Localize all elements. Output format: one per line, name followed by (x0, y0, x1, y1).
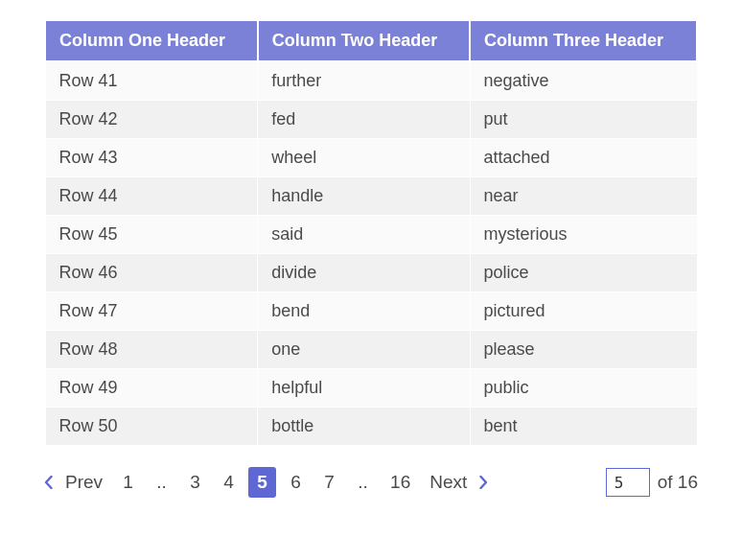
page-jump-total-label: of 16 (658, 472, 698, 493)
table-cell: bent (470, 408, 697, 446)
table-cell: wheel (258, 139, 470, 177)
table-row: Row 50bottlebent (45, 408, 697, 446)
table-cell: put (470, 101, 697, 139)
table-cell: Row 45 (45, 216, 258, 254)
table-cell: please (470, 331, 697, 369)
page-button-5[interactable]: 5 (248, 467, 276, 498)
table-row: Row 47bendpictured (45, 292, 697, 331)
table-row: Row 49helpfulpublic (45, 369, 697, 408)
table-row: Row 46dividepolice (45, 254, 697, 292)
chevron-left-icon[interactable] (44, 476, 54, 489)
table-cell: Row 44 (45, 177, 258, 216)
table-cell: divide (258, 254, 470, 292)
table-cell: Row 46 (45, 254, 258, 292)
page-button-6[interactable]: 6 (282, 467, 310, 498)
column-header-3[interactable]: Column Three Header (470, 20, 697, 61)
page-button-7[interactable]: 7 (315, 467, 343, 498)
table-row: Row 48oneplease (45, 331, 697, 369)
table-cell: Row 49 (45, 369, 258, 408)
table-cell: Row 41 (45, 61, 258, 101)
page-button-16[interactable]: 16 (383, 467, 418, 498)
table-cell: bottle (258, 408, 470, 446)
table-cell: Row 48 (45, 331, 258, 369)
table-row: Row 41furthernegative (45, 61, 697, 101)
table-head: Column One Header Column Two Header Colu… (45, 20, 697, 61)
column-header-1[interactable]: Column One Header (45, 20, 258, 61)
table-cell: further (258, 61, 470, 101)
table-cell: near (470, 177, 697, 216)
table-row: Row 44handlenear (45, 177, 697, 216)
page-button-1[interactable]: 1 (114, 467, 142, 498)
table-cell: police (470, 254, 697, 292)
table-cell: Row 42 (45, 101, 258, 139)
table-cell: mysterious (470, 216, 697, 254)
pagination-ellipsis: .. (148, 467, 175, 498)
table-cell: fed (258, 101, 470, 139)
table-cell: handle (258, 177, 470, 216)
page-jump: of 16 (606, 468, 698, 497)
table-cell: one (258, 331, 470, 369)
data-table: Column One Header Column Two Header Colu… (44, 19, 698, 446)
chevron-right-icon[interactable] (478, 476, 488, 489)
table-cell: attached (470, 139, 697, 177)
pagination-bar: Prev 1..34567..16 Next of 16 (44, 467, 698, 498)
table-cell: Row 47 (45, 292, 258, 331)
table-cell: said (258, 216, 470, 254)
table-cell: bend (258, 292, 470, 331)
table-row: Row 42fedput (45, 101, 697, 139)
table-body: Row 41furthernegativeRow 42fedputRow 43w… (45, 61, 697, 446)
page-button-3[interactable]: 3 (181, 467, 209, 498)
page-button-4[interactable]: 4 (215, 467, 243, 498)
table-pagination-widget: Column One Header Column Two Header Colu… (44, 19, 698, 498)
pagination-controls: Prev 1..34567..16 Next (44, 467, 488, 498)
column-header-2[interactable]: Column Two Header (258, 20, 470, 61)
table-cell: helpful (258, 369, 470, 408)
pagination-ellipsis: .. (349, 467, 377, 498)
page-jump-input[interactable] (606, 468, 650, 497)
table-cell: Row 43 (45, 139, 258, 177)
table-cell: negative (470, 61, 697, 101)
table-cell: Row 50 (45, 408, 258, 446)
table-cell: pictured (470, 292, 697, 331)
table-cell: public (470, 369, 697, 408)
table-row: Row 43wheelattached (45, 139, 697, 177)
prev-button[interactable]: Prev (59, 472, 108, 493)
next-button[interactable]: Next (424, 472, 473, 493)
table-row: Row 45saidmysterious (45, 216, 697, 254)
